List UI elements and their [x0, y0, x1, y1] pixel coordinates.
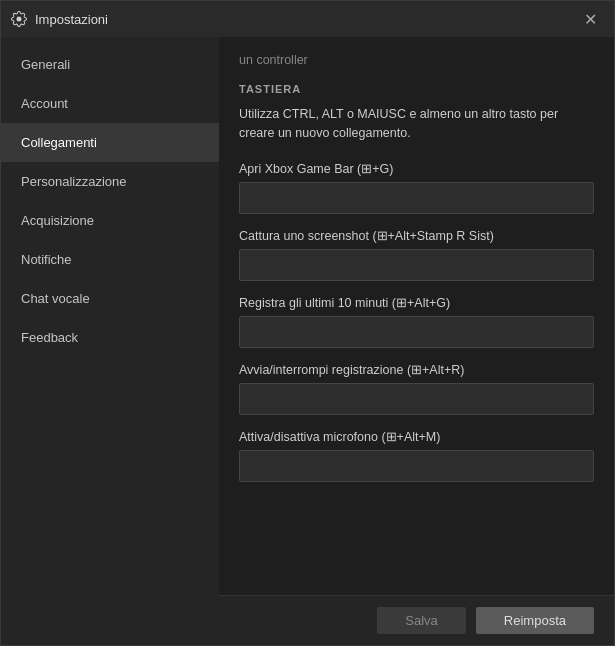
footer-bar: Salva Reimposta	[219, 595, 614, 645]
sidebar-item-acquisizione[interactable]: Acquisizione	[1, 201, 219, 240]
content-scroll: un controller TASTIERA Utilizza CTRL, AL…	[219, 37, 614, 595]
sidebar-item-chat-vocale[interactable]: Chat vocale	[1, 279, 219, 318]
sidebar: Generali Account Collegamenti Personaliz…	[1, 37, 219, 645]
close-button[interactable]: ✕	[576, 5, 604, 33]
save-button[interactable]: Salva	[377, 607, 466, 634]
sidebar-item-personalizzazione[interactable]: Personalizzazione	[1, 162, 219, 201]
sidebar-item-notifiche[interactable]: Notifiche	[1, 240, 219, 279]
shortcut-label-registra-10-minuti: Registra gli ultimi 10 minuti (⊞+Alt+G)	[239, 295, 594, 310]
shortcut-input-registra-10-minuti[interactable]	[239, 316, 594, 348]
title-bar: Impostazioni ✕	[1, 1, 614, 37]
shortcut-input-screenshot[interactable]	[239, 249, 594, 281]
keyboard-section-header: TASTIERA	[239, 83, 594, 95]
sidebar-item-collegamenti[interactable]: Collegamenti	[1, 123, 219, 162]
main-content: Generali Account Collegamenti Personaliz…	[1, 37, 614, 645]
title-left: Impostazioni	[11, 11, 108, 27]
sidebar-item-generali[interactable]: Generali	[1, 45, 219, 84]
truncated-top-text: un controller	[239, 53, 594, 67]
shortcut-label-screenshot: Cattura uno screenshot (⊞+Alt+Stamp R Si…	[239, 228, 594, 243]
shortcut-label-avvia-interrompi: Avvia/interrompi registrazione (⊞+Alt+R)	[239, 362, 594, 377]
shortcut-label-xbox-game-bar: Apri Xbox Game Bar (⊞+G)	[239, 161, 594, 176]
settings-window: Impostazioni ✕ Generali Account Collegam…	[0, 0, 615, 646]
shortcut-label-microfono: Attiva/disattiva microfono (⊞+Alt+M)	[239, 429, 594, 444]
content-panel: un controller TASTIERA Utilizza CTRL, AL…	[219, 37, 614, 645]
shortcut-input-microfono[interactable]	[239, 450, 594, 482]
shortcut-input-avvia-interrompi[interactable]	[239, 383, 594, 415]
sidebar-item-account[interactable]: Account	[1, 84, 219, 123]
reset-button[interactable]: Reimposta	[476, 607, 594, 634]
sidebar-item-feedback[interactable]: Feedback	[1, 318, 219, 357]
gear-icon	[11, 11, 27, 27]
keyboard-section-description: Utilizza CTRL, ALT o MAIUSC e almeno un …	[239, 105, 594, 143]
window-title: Impostazioni	[35, 12, 108, 27]
shortcut-input-xbox-game-bar[interactable]	[239, 182, 594, 214]
